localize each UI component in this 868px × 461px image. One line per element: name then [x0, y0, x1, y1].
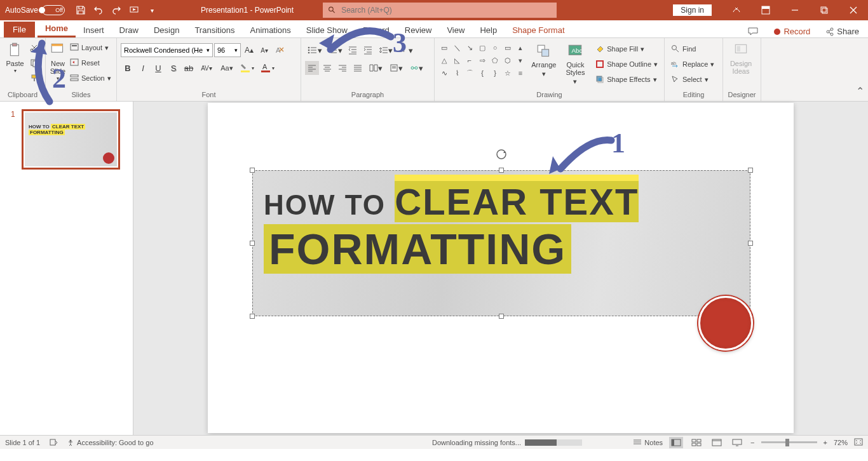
increase-indent-icon[interactable] — [361, 43, 375, 57]
zoom-out-icon[interactable]: − — [750, 439, 754, 446]
change-case-icon[interactable]: Aa▾ — [217, 61, 236, 75]
shape-rtriangle-icon[interactable]: ◺ — [451, 55, 463, 66]
tab-design[interactable]: Design — [146, 23, 187, 37]
shadow-icon[interactable]: S — [166, 61, 180, 75]
tab-transitions[interactable]: Transitions — [187, 23, 242, 37]
autosave-control[interactable]: AutoSave Off — [0, 5, 70, 15]
gallery-up-icon[interactable]: ▴ — [515, 42, 526, 53]
gallery-down-icon[interactable]: ▾ — [515, 55, 526, 66]
search-input[interactable] — [341, 6, 552, 15]
font-size-select[interactable]: 96▾ — [214, 43, 241, 57]
reset-button[interactable]: Reset — [67, 56, 114, 70]
resize-handle[interactable] — [499, 314, 504, 319]
comments-button[interactable] — [743, 26, 763, 37]
shape-star-icon[interactable]: ☆ — [502, 67, 513, 79]
highlight-color-icon[interactable]: ▾ — [238, 61, 257, 75]
resize-handle[interactable] — [250, 168, 255, 173]
slide-title-text[interactable]: HOW TO CLEAR TEXT FORMATTING — [264, 180, 639, 274]
font-family-select[interactable]: Rockwell Condensed (He▾ — [121, 43, 213, 57]
tab-slideshow[interactable]: Slide Show — [299, 23, 355, 37]
align-right-icon[interactable] — [336, 61, 349, 75]
close-icon[interactable] — [839, 0, 868, 20]
shape-lbrace-icon[interactable]: { — [477, 67, 488, 79]
record-button[interactable]: Record — [768, 25, 815, 37]
shape-line-icon[interactable]: ＼ — [451, 42, 463, 53]
shape-arrowline-icon[interactable]: ↘ — [464, 42, 475, 53]
tab-insert[interactable]: Insert — [76, 23, 112, 37]
align-center-icon[interactable] — [320, 61, 334, 75]
bullets-icon[interactable]: ▾ — [305, 43, 324, 57]
tab-draw[interactable]: Draw — [112, 23, 146, 37]
maximize-icon[interactable] — [810, 0, 839, 20]
align-left-icon[interactable] — [305, 61, 319, 75]
collapse-ribbon-icon[interactable]: ⌃ — [856, 85, 864, 97]
fit-window-icon[interactable] — [854, 438, 863, 447]
shape-rounded-icon[interactable]: ▭ — [502, 42, 513, 53]
zoom-in-icon[interactable]: + — [824, 439, 827, 446]
quick-styles-button[interactable]: Abc Quick Styles▾ — [562, 42, 590, 85]
font-color-icon[interactable]: A▾ — [258, 61, 277, 75]
signin-button[interactable]: Sign in — [673, 4, 712, 16]
resize-handle[interactable] — [499, 168, 504, 173]
undo-icon[interactable] — [93, 4, 104, 16]
slide-canvas[interactable]: HOW TO CLEAR TEXT FORMATTING 1 — [133, 102, 868, 435]
autosave-toggle[interactable]: Off — [42, 5, 65, 15]
redo-icon[interactable] — [111, 4, 122, 16]
coming-soon-icon[interactable] — [722, 0, 751, 20]
ribbon-display-icon[interactable] — [751, 0, 780, 20]
shapes-gallery[interactable]: ▭ ＼ ↘ ▢ ○ ▭ ▴ △ ◺ ⌐ ⇨ ⬠ ⬡ ▾ ∿ ⌇ ⌒ { } ☆ — [438, 42, 526, 79]
tab-record[interactable]: Record — [355, 23, 397, 37]
shape-oval-icon[interactable]: ○ — [489, 42, 501, 53]
layout-button[interactable]: Layout ▾ — [67, 41, 114, 55]
shape-arc-icon[interactable]: ⌒ — [464, 67, 475, 79]
share-button[interactable]: Share — [820, 25, 864, 37]
char-spacing-icon[interactable]: AV▾ — [197, 61, 216, 75]
arrange-button[interactable]: Arrange▾ — [530, 42, 558, 77]
clear-formatting-icon[interactable]: A — [273, 43, 287, 57]
shape-hex-icon[interactable]: ⬡ — [502, 55, 513, 66]
tab-view[interactable]: View — [439, 23, 472, 37]
rotate-handle-icon[interactable] — [495, 148, 508, 161]
shape-elbow-icon[interactable]: ⌐ — [464, 55, 475, 66]
format-painter-icon[interactable] — [27, 71, 41, 85]
slideshow-view-icon[interactable] — [730, 437, 744, 448]
tab-animations[interactable]: Animations — [243, 23, 299, 37]
tab-shape-format[interactable]: Shape Format — [505, 23, 572, 37]
italic-icon[interactable]: I — [136, 61, 150, 75]
thumbnail-panel[interactable]: 1 HOW TO CLEAR TEXTFORMATTING — [0, 102, 133, 435]
start-from-beginning-icon[interactable] — [128, 4, 140, 16]
accessibility-status[interactable]: Accessibility: Good to go — [67, 439, 153, 446]
notes-button[interactable]: Notes — [633, 439, 663, 446]
shape-textbox-icon[interactable]: ▭ — [438, 42, 450, 53]
normal-view-icon[interactable] — [669, 437, 683, 448]
zoom-slider[interactable] — [761, 441, 817, 443]
decrease-font-icon[interactable]: A▾ — [257, 43, 271, 57]
shape-outline-button[interactable]: Shape Outline ▾ — [593, 57, 660, 71]
underline-icon[interactable]: U — [151, 61, 165, 75]
section-button[interactable]: Section ▾ — [67, 71, 114, 85]
resize-handle[interactable] — [748, 168, 753, 173]
shape-fill-button[interactable]: Shape Fill ▾ — [593, 42, 660, 56]
decrease-indent-icon[interactable] — [346, 43, 360, 57]
shape-pentagon-icon[interactable]: ⬠ — [489, 55, 501, 66]
qat-more-icon[interactable]: ▾ — [146, 4, 158, 16]
bold-icon[interactable]: B — [121, 61, 135, 75]
find-button[interactable]: Find — [668, 42, 719, 56]
gallery-more-icon[interactable]: ≡ — [515, 67, 526, 79]
tab-home[interactable]: Home — [37, 21, 76, 37]
strike-icon[interactable]: ab — [182, 61, 196, 75]
resize-handle[interactable] — [250, 314, 255, 319]
numbering-icon[interactable]: 12▾ — [325, 43, 344, 57]
resize-handle[interactable] — [748, 241, 753, 246]
resize-handle[interactable] — [250, 241, 255, 246]
align-text-icon[interactable]: ▾ — [386, 61, 405, 75]
sorter-view-icon[interactable] — [689, 437, 703, 448]
shape-rbrace-icon[interactable]: } — [489, 67, 501, 79]
spellcheck-icon[interactable] — [49, 438, 58, 448]
shape-effects-button[interactable]: Shape Effects ▾ — [593, 72, 660, 86]
cut-icon[interactable] — [27, 41, 41, 55]
zoom-level[interactable]: 72% — [834, 439, 848, 446]
smartart-convert-icon[interactable]: ▾ — [407, 61, 426, 75]
save-icon[interactable] — [75, 4, 86, 16]
columns-icon[interactable]: ▾ — [366, 61, 385, 75]
